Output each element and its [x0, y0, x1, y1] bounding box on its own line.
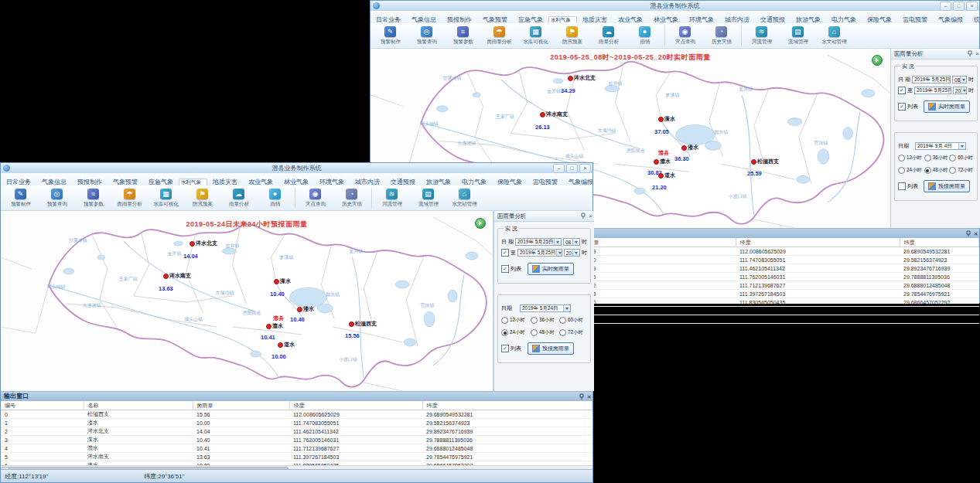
- list-checkbox[interactable]: [501, 345, 509, 352]
- toolbar-button-3[interactable]: ≡预警参数: [445, 26, 481, 46]
- table-row[interactable]: 3渫水10.40111.76200514603129.7888811395036: [1, 436, 592, 444]
- menu-tab-2[interactable]: 气象信息: [36, 175, 72, 186]
- duration-radio-24小时[interactable]: 24小时: [898, 167, 924, 174]
- menu-tab-15[interactable]: 保险气象: [862, 13, 897, 24]
- menu-tab-10[interactable]: 环境气象: [314, 175, 350, 186]
- menu-tab-10[interactable]: 环境气象: [684, 13, 719, 24]
- toolbar-button-5[interactable]: ▦水库可视化: [517, 26, 554, 46]
- menu-tab-9[interactable]: 林业气象: [648, 13, 684, 24]
- to-checkbox[interactable]: [501, 249, 509, 257]
- toolbar-button-6[interactable]: ⚑防汛预案: [554, 26, 590, 46]
- from-hour-select[interactable]: 08: [952, 76, 967, 83]
- col-header-latitude[interactable]: 纬度: [900, 238, 979, 247]
- duration-radio-60小时[interactable]: 60小时: [949, 155, 975, 162]
- station-dot[interactable]: [274, 279, 279, 284]
- menu-tab-8[interactable]: 农业气象: [613, 13, 648, 24]
- menu-tab-3[interactable]: 预报制作: [442, 13, 477, 24]
- toolbar-button-3[interactable]: ≡预警参数: [75, 189, 111, 208]
- station-dot[interactable]: [654, 159, 659, 165]
- menu-tab-8[interactable]: 农业气象: [243, 175, 278, 186]
- duration-radio-36小时[interactable]: 36小时: [531, 317, 559, 324]
- realtime-rainfall-button[interactable]: 实时面雨量: [528, 263, 574, 275]
- from-hour-select[interactable]: 08: [563, 238, 580, 246]
- station-dot[interactable]: [163, 274, 169, 279]
- to-date-select[interactable]: 2019年 5月25日: [914, 87, 951, 94]
- menu-tab-4[interactable]: 气象预警: [108, 175, 143, 186]
- menu-tab-7[interactable]: 地质灾害: [577, 13, 613, 24]
- minimize-button[interactable]: –: [553, 164, 565, 173]
- pin-icon[interactable]: [579, 393, 585, 400]
- toolbar-button-2[interactable]: ◎预警查询: [39, 189, 75, 208]
- menu-tab-14[interactable]: 电力气象: [826, 13, 862, 24]
- map-locate-button[interactable]: [475, 218, 486, 229]
- col-header-longitude[interactable]: 经度: [736, 238, 900, 247]
- toolbar-button-11[interactable]: ≋河流管理: [374, 189, 410, 208]
- toolbar-button-6[interactable]: ⚑防汛预案: [184, 189, 220, 208]
- list-checkbox[interactable]: [898, 182, 906, 190]
- from-date-select[interactable]: 2019年 5月25日: [912, 76, 951, 83]
- duration-radio-72小时[interactable]: 72小时: [949, 167, 975, 174]
- output-panel-header[interactable]: 输出窗口 ×: [1, 392, 592, 401]
- toolbar-button-8[interactable]: ●雨情: [627, 26, 663, 46]
- toolbar-button-4[interactable]: ☂面雨量分析: [481, 26, 517, 46]
- toolbar-button-13[interactable]: ⌂水文站管理: [816, 26, 852, 46]
- menu-tab-16[interactable]: 雷电预警: [528, 175, 563, 186]
- title-bar[interactable]: 澧县业务制作系统 – □ ×: [1, 163, 592, 174]
- menu-tab-15[interactable]: 保险气象: [492, 175, 528, 186]
- toolbar-button-7[interactable]: ☁雨量分析: [590, 26, 627, 46]
- pin-icon[interactable]: [965, 230, 971, 237]
- menu-tab-18[interactable]: 统计管理: [968, 13, 979, 24]
- menu-tab-16[interactable]: 雷电预警: [897, 13, 933, 24]
- map-area[interactable]: 甘溪滩镇码头铺镇王家厂镇金罗镇盐井镇梦溪镇复兴镇大堰垱镇澧阳街道城头山镇如东镇官…: [1, 211, 493, 391]
- toolbar-button-9[interactable]: ◉灾点查询: [297, 189, 333, 208]
- menu-tab-5[interactable]: 应急气象: [513, 13, 548, 24]
- menu-tab-13[interactable]: 旅游气象: [421, 175, 456, 186]
- station-dot[interactable]: [297, 307, 302, 312]
- duration-radio-60小时[interactable]: 60小时: [559, 317, 588, 324]
- menu-tab-9[interactable]: 林业气象: [278, 175, 314, 186]
- station-dot[interactable]: [540, 112, 545, 117]
- to-hour-select[interactable]: 20: [564, 249, 580, 257]
- station-dot[interactable]: [190, 241, 195, 247]
- pin-icon[interactable]: [967, 50, 973, 57]
- toolbar-button-12[interactable]: ▤流域管理: [780, 26, 816, 46]
- toolbar-button-12[interactable]: ▤流域管理: [410, 189, 446, 208]
- toolbar-button-8[interactable]: ●雨情: [257, 189, 293, 208]
- menu-tab-17[interactable]: 气象编报: [933, 13, 968, 24]
- map-locate-button[interactable]: [872, 55, 883, 66]
- maximize-button[interactable]: □: [953, 2, 965, 11]
- toolbar-button-4[interactable]: ☂面雨量分析: [111, 189, 148, 208]
- col-header-longitude[interactable]: 经度: [289, 401, 422, 410]
- realtime-rainfall-button[interactable]: 实时面雨量: [924, 100, 970, 113]
- forecast-date-select[interactable]: 2019年 9月 4日: [915, 142, 966, 150]
- duration-radio-48小时[interactable]: 48小时: [924, 167, 950, 174]
- col-header-latitude[interactable]: 纬度: [422, 401, 592, 410]
- title-bar[interactable]: 澧县业务制作系统 – □ ×: [370, 1, 979, 12]
- toolbar-button-10[interactable]: ◔历史灾情: [333, 189, 370, 208]
- forecast-rainfall-button[interactable]: 预报面雨量: [528, 342, 574, 355]
- station-dot[interactable]: [658, 117, 664, 122]
- menu-tab-3[interactable]: 预报制作: [72, 175, 108, 186]
- table-row[interactable]: 1溇水10.00111.74708305505129.582156374923: [1, 419, 592, 427]
- station-dot[interactable]: [658, 173, 664, 179]
- menu-tab-12[interactable]: 交通预报: [385, 175, 421, 186]
- panel-header[interactable]: 面雨量分析 ×: [891, 49, 980, 60]
- col-header-rainfall[interactable]: 面雨量: [193, 401, 289, 410]
- toolbar-button-7[interactable]: ☁雨量分析: [220, 189, 257, 208]
- duration-radio-36小时[interactable]: 36小时: [924, 155, 950, 162]
- menu-tab-11[interactable]: 城市内涝: [719, 13, 755, 24]
- table-row[interactable]: 5涔水南支13.63111.39726718450329.78544769759…: [1, 453, 592, 461]
- station-dot[interactable]: [751, 159, 756, 165]
- list-checkbox[interactable]: [501, 265, 509, 273]
- forecast-rainfall-button[interactable]: 预报面雨量: [924, 180, 970, 192]
- table-row[interactable]: 2涔水北支14.04111.46210541134229.89234767169…: [1, 427, 592, 436]
- to-checkbox[interactable]: [898, 87, 906, 94]
- toolbar-button-10[interactable]: ◔历史灾情: [703, 26, 739, 46]
- to-hour-select[interactable]: 20: [953, 87, 967, 94]
- panel-close-icon[interactable]: ×: [587, 393, 591, 401]
- table-row[interactable]: 4澧水10.41111.71213968762729.6888012485048: [1, 444, 592, 453]
- minimize-button[interactable]: –: [940, 2, 951, 11]
- menu-tab-6[interactable]: 水利气象: [179, 179, 207, 186]
- panel-header[interactable]: 面雨量分析 ×: [494, 211, 594, 222]
- panel-close-icon[interactable]: ×: [975, 49, 979, 58]
